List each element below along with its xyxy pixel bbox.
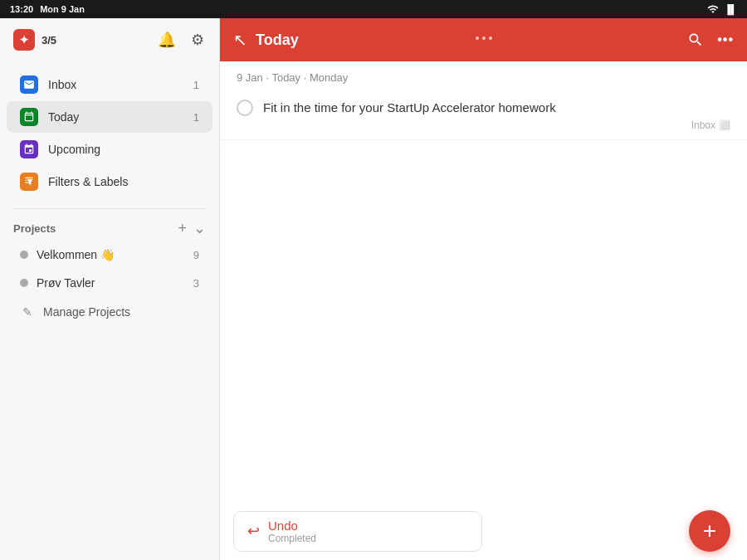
today-label: Today [48, 110, 183, 124]
undo-icon: ↩ [247, 522, 260, 540]
project-dot-velkommen [20, 251, 28, 259]
table-row: Fit in the time for your StartUp Acceler… [220, 90, 747, 140]
logo-icon: ✦ [19, 33, 29, 46]
sidebar-header: ✦ 3/5 🔔 ⚙ [0, 18, 219, 61]
app-logo: ✦ [13, 29, 35, 51]
search-icon [687, 32, 704, 48]
filters-icon [20, 173, 38, 191]
sidebar-item-filters[interactable]: Filters & Labels [7, 166, 212, 197]
more-options-button[interactable]: ••• [717, 32, 734, 47]
undo-text: Undo Completed [268, 519, 316, 544]
undo-sublabel: Completed [268, 533, 316, 544]
today-icon [20, 108, 38, 126]
main-header-actions: ••• [687, 32, 734, 48]
status-date: Mon 9 Jan [40, 4, 85, 14]
toggle-projects-button[interactable]: ⌄ [193, 221, 206, 236]
manage-projects-item[interactable]: ✎ Manage Projects [7, 298, 212, 326]
settings-button[interactable]: ⚙ [189, 29, 206, 51]
upcoming-icon [20, 140, 38, 158]
upcoming-label: Upcoming [48, 143, 189, 156]
back-button[interactable]: ↖ [233, 30, 247, 50]
pencil-icon: ✎ [20, 304, 35, 319]
filters-label: Filters & Labels [48, 175, 199, 188]
status-bar: 13:20 Mon 9 Jan ▐▌ [0, 0, 747, 18]
main-content: ↖ Today ••• 9 Jan · Today · Monday Fit i… [220, 18, 747, 560]
bottom-bar: ↩ Undo Completed + [220, 502, 747, 560]
nav-section: Inbox 1 Today 1 Upcoming [0, 61, 219, 205]
fab-icon: + [703, 518, 716, 544]
sidebar-header-right: 🔔 ⚙ [156, 29, 206, 51]
battery-icon: ▐▌ [724, 4, 737, 14]
task-text: Fit in the time for your StartUp Acceler… [263, 99, 730, 116]
project-count-velkommen: 9 [193, 249, 199, 261]
add-project-button[interactable]: + [178, 221, 187, 236]
task-body: Fit in the time for your StartUp Acceler… [263, 99, 730, 131]
sidebar-item-inbox[interactable]: Inbox 1 [7, 69, 212, 100]
project-label-velkommen: Velkommen 👋 [37, 248, 185, 261]
task-source: Inbox ⬜ [691, 119, 730, 131]
sidebar-item-today[interactable]: Today 1 [7, 101, 212, 133]
project-dot-prov-tavler [20, 279, 28, 287]
task-meta: Inbox ⬜ [263, 119, 730, 131]
app-layout: ✦ 3/5 🔔 ⚙ Inbox 1 [0, 18, 747, 560]
inbox-count: 1 [193, 79, 199, 91]
wifi-icon [707, 3, 719, 15]
window-dots [476, 37, 492, 40]
add-task-fab[interactable]: + [689, 510, 730, 552]
status-bar-right: ▐▌ [707, 3, 737, 15]
sidebar: ✦ 3/5 🔔 ⚙ Inbox 1 [0, 18, 220, 560]
status-bar-left: 13:20 Mon 9 Jan [10, 4, 85, 14]
undo-label: Undo [268, 519, 316, 533]
today-count: 1 [193, 111, 199, 124]
source-icon: ⬜ [719, 119, 730, 131]
projects-header: Projects + ⌄ [0, 212, 219, 241]
notifications-button[interactable]: 🔔 [156, 29, 178, 51]
inbox-icon [20, 75, 38, 94]
project-item-prov-tavler[interactable]: Prøv Tavler 3 [7, 270, 212, 296]
project-label-prov-tavler: Prøv Tavler [37, 276, 185, 290]
task-source-label: Inbox [691, 119, 715, 131]
sidebar-header-left: ✦ 3/5 [13, 29, 56, 51]
project-item-velkommen[interactable]: Velkommen 👋 9 [7, 241, 212, 268]
inbox-label: Inbox [48, 78, 183, 91]
divider [13, 208, 206, 209]
manage-projects-label: Manage Projects [43, 305, 130, 319]
sidebar-item-upcoming[interactable]: Upcoming [7, 134, 212, 165]
main-header: ↖ Today ••• [220, 18, 747, 61]
undo-button[interactable]: ↩ Undo Completed [233, 511, 482, 552]
projects-title: Projects [13, 222, 171, 235]
project-count-prov-tavler: 3 [193, 277, 199, 290]
search-button[interactable] [687, 32, 704, 48]
date-header: 9 Jan · Today · Monday [220, 61, 747, 90]
main-title: Today [256, 32, 679, 49]
task-count: 3/5 [42, 34, 56, 46]
status-time: 13:20 [10, 4, 33, 14]
content-area: 9 Jan · Today · Monday Fit in the time f… [220, 61, 747, 502]
task-checkbox[interactable] [237, 100, 253, 116]
projects-actions: + ⌄ [178, 221, 206, 236]
